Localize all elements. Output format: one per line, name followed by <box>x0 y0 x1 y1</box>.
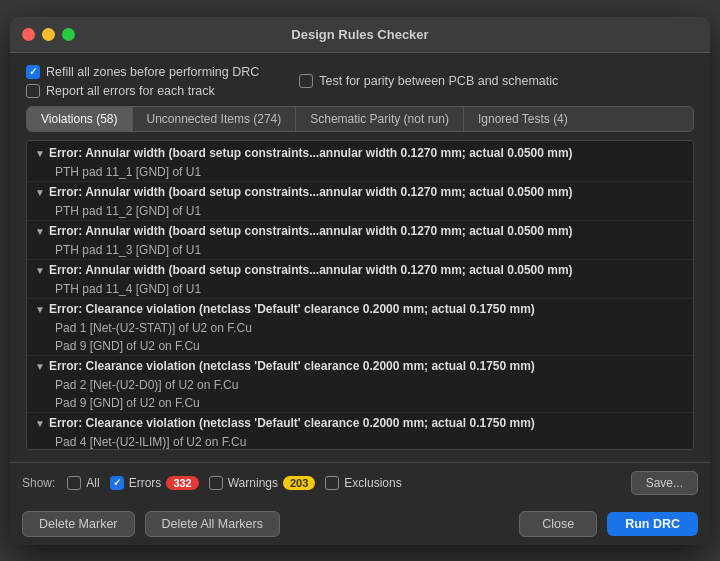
expand-icon: ▼ <box>35 148 45 159</box>
filter-errors: Errors 332 <box>110 476 199 490</box>
report-checkbox[interactable] <box>26 84 40 98</box>
tab-unconnected[interactable]: Unconnected Items (274) <box>133 107 297 131</box>
window-title: Design Rules Checker <box>291 27 428 42</box>
main-window: Design Rules Checker Refill all zones be… <box>10 17 710 545</box>
minimize-button[interactable] <box>42 28 55 41</box>
maximize-button[interactable] <box>62 28 75 41</box>
close-button[interactable]: Close <box>519 511 597 537</box>
warnings-label: Warnings <box>228 476 278 490</box>
all-label: All <box>86 476 99 490</box>
titlebar: Design Rules Checker <box>10 17 710 53</box>
exclusions-label: Exclusions <box>344 476 401 490</box>
all-checkbox[interactable] <box>67 476 81 490</box>
errors-badge: 332 <box>166 476 198 490</box>
parity-checkbox[interactable] <box>299 74 313 88</box>
filter-warnings: Warnings 203 <box>209 476 316 490</box>
parity-label: Test for parity between PCB and schemati… <box>319 74 558 88</box>
options-rows: Refill all zones before performing DRC R… <box>26 65 694 98</box>
violation-sub-6a: Pad 2 [Net-(U2-D0)] of U2 on F.Cu <box>27 376 693 394</box>
violation-item-4: ▼ Error: Annular width (board setup cons… <box>27 260 693 299</box>
close-window-button[interactable] <box>22 28 35 41</box>
option-parity: Test for parity between PCB and schemati… <box>299 65 558 98</box>
filter-exclusions: Exclusions <box>325 476 401 490</box>
violation-sub-3: PTH pad 11_3 [GND] of U1 <box>27 241 693 259</box>
window-controls <box>22 28 75 41</box>
expand-icon: ▼ <box>35 226 45 237</box>
filter-all: All <box>67 476 99 490</box>
violation-item-5: ▼ Error: Clearance violation (netclass '… <box>27 299 693 356</box>
tab-schematic[interactable]: Schematic Parity (not run) <box>296 107 464 131</box>
tabs-row: Violations (58) Unconnected Items (274) … <box>26 106 694 132</box>
violation-sub-1: PTH pad 11_1 [GND] of U1 <box>27 163 693 181</box>
violation-item-1: ▼ Error: Annular width (board setup cons… <box>27 143 693 182</box>
option-report: Report all errors for each track <box>26 84 259 98</box>
violation-item-7: ▼ Error: Clearance violation (netclass '… <box>27 413 693 450</box>
violation-item-6: ▼ Error: Clearance violation (netclass '… <box>27 356 693 413</box>
expand-icon: ▼ <box>35 304 45 315</box>
option-refill: Refill all zones before performing DRC <box>26 65 259 79</box>
delete-marker-button[interactable]: Delete Marker <box>22 511 135 537</box>
tab-ignored[interactable]: Ignored Tests (4) <box>464 107 582 131</box>
content-area: Refill all zones before performing DRC R… <box>10 53 710 462</box>
violation-sub-2: PTH pad 11_2 [GND] of U1 <box>27 202 693 220</box>
errors-checkbox[interactable] <box>110 476 124 490</box>
violation-sub-5b: Pad 9 [GND] of U2 on F.Cu <box>27 337 693 355</box>
delete-all-markers-button[interactable]: Delete All Markers <box>145 511 280 537</box>
exclusions-checkbox[interactable] <box>325 476 339 490</box>
violation-item-2: ▼ Error: Annular width (board setup cons… <box>27 182 693 221</box>
run-drc-button[interactable]: Run DRC <box>607 512 698 536</box>
errors-label: Errors <box>129 476 162 490</box>
action-bar: Delete Marker Delete All Markers Close R… <box>10 503 710 545</box>
expand-icon: ▼ <box>35 265 45 276</box>
warnings-checkbox[interactable] <box>209 476 223 490</box>
violation-item-3: ▼ Error: Annular width (board setup cons… <box>27 221 693 260</box>
refill-checkbox[interactable] <box>26 65 40 79</box>
expand-icon: ▼ <box>35 418 45 429</box>
refill-label: Refill all zones before performing DRC <box>46 65 259 79</box>
violation-sub-5a: Pad 1 [Net-(U2-STAT)] of U2 on F.Cu <box>27 319 693 337</box>
expand-icon: ▼ <box>35 187 45 198</box>
save-button[interactable]: Save... <box>631 471 698 495</box>
show-label: Show: <box>22 476 55 490</box>
warnings-badge: 203 <box>283 476 315 490</box>
violation-sub-4: PTH pad 11_4 [GND] of U1 <box>27 280 693 298</box>
violation-sub-7a: Pad 4 [Net-(U2-ILIM)] of U2 on F.Cu <box>27 433 693 450</box>
tab-violations[interactable]: Violations (58) <box>27 107 133 131</box>
report-label: Report all errors for each track <box>46 84 215 98</box>
violation-sub-6b: Pad 9 [GND] of U2 on F.Cu <box>27 394 693 412</box>
expand-icon: ▼ <box>35 361 45 372</box>
filter-bar: Show: All Errors 332 Warnings 203 Exclus… <box>10 462 710 503</box>
violations-list[interactable]: ▼ Error: Annular width (board setup cons… <box>26 140 694 450</box>
